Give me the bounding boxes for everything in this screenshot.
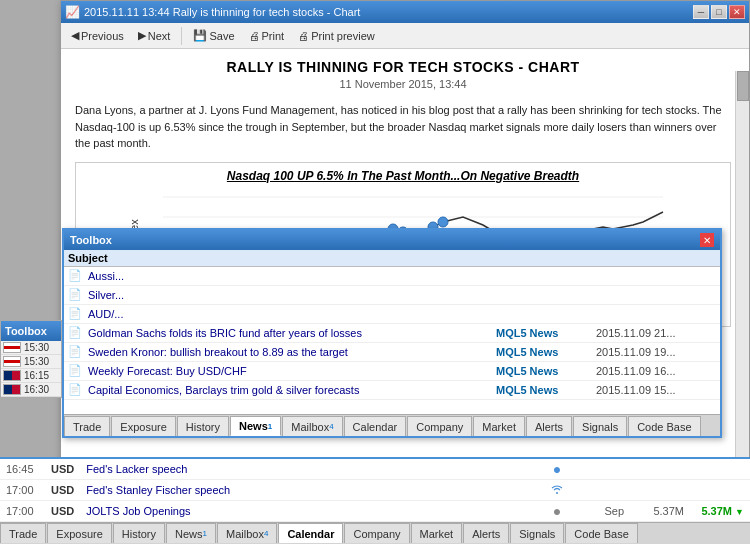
prev-button[interactable]: ◀ Previous [65,26,130,45]
event-prev-3: 5.37M ▼ [690,501,750,522]
time-1: 15:30 [24,342,49,353]
news-date-3: 2015.11.09 16... [596,365,716,377]
importance-dot-3: ● [553,503,561,519]
news-date-4: 2015.11.09 15... [596,384,716,396]
cal-tab-calendar[interactable]: Calendar [278,523,343,543]
tab-mailbox[interactable]: Mailbox4 [282,416,342,436]
cal-tab-codebase[interactable]: Code Base [565,523,637,543]
toolbar: ◀ Previous ▶ Next 💾 Save 🖨 Print 🖨 Print… [61,23,749,49]
news-title-3[interactable]: Weekly Forecast: Buy USD/CHF [88,365,496,377]
cal-tab-market[interactable]: Market [411,523,463,543]
tab-alerts[interactable]: Alerts [526,416,572,436]
print-preview-button[interactable]: 🖨 Print preview [292,27,381,45]
news-title-2[interactable]: Sweden Kronor: bullish breakout to 8.89 … [88,346,496,358]
tab-signals[interactable]: Signals [573,416,627,436]
tab-codebase[interactable]: Code Base [628,416,700,436]
partial-item-3: AUD/... [88,308,123,320]
table-row: 17:00 USD Fed's Stanley Fischer speech [0,480,750,501]
tab-market[interactable]: Market [473,416,525,436]
tab-news[interactable]: News1 [230,416,281,436]
article-date: 11 November 2015, 13:44 [75,78,731,90]
maximize-button[interactable]: □ [711,5,727,19]
news-title-1[interactable]: Goldman Sachs folds its BRIC fund after … [88,327,496,339]
cal-tab-history[interactable]: History [113,523,165,543]
tab-history[interactable]: History [177,416,229,436]
event-val-3: 5.37M [630,501,690,522]
tab-calendar[interactable]: Calendar [344,416,407,436]
time-row-1: 15:30 [1,341,61,355]
toolbox-small-window: Toolbox 15:30 15:30 16:15 16:30 [0,320,62,398]
partial-item-1: Aussi... [88,270,124,282]
article-body: Dana Lyons, a partner at J. Lyons Fund M… [75,102,731,152]
event-currency-3: USD [45,501,80,522]
event-prev-2 [690,480,750,501]
event-prev-val-3: 5.37M [701,505,732,517]
list-item[interactable]: 📄 AUD/... [64,305,720,324]
event-time-3: 17:00 [0,501,45,522]
news-source-3: MQL5 News [496,365,596,377]
tab-exposure[interactable]: Exposure [111,416,175,436]
event-dot-1: ● [544,459,570,480]
event-name-2[interactable]: Fed's Stanley Fischer speech [80,480,544,501]
tab-company[interactable]: Company [407,416,472,436]
event-currency-2: USD [45,480,80,501]
list-item[interactable]: 📄 Weekly Forecast: Buy USD/CHF MQL5 News… [64,362,720,381]
time-2: 15:30 [24,356,49,367]
window-titlebar: 📈 2015.11.11 13:44 Rally is thinning for… [61,1,749,23]
toolbox-small-header: Toolbox [1,321,61,341]
event-name-3[interactable]: JOLTS Job Openings [80,501,544,522]
cal-tab-mailbox[interactable]: Mailbox4 [217,523,277,543]
cal-tab-signals[interactable]: Signals [510,523,564,543]
news-doc-icon: 📄 [68,326,84,340]
event-sep-1 [630,459,690,480]
table-row: 16:45 USD Fed's Lacker speech ● [0,459,750,480]
toolbox-tabs-bar: Trade Exposure History News1 Mailbox4 Ca… [64,414,720,436]
news-doc-icon: 📄 [68,364,84,378]
print-button[interactable]: 🖨 Print [243,27,291,45]
toolbox-main-close-button[interactable]: ✕ [700,233,714,247]
event-name-1[interactable]: Fed's Lacker speech [80,459,544,480]
cal-tab-trade[interactable]: Trade [0,523,46,543]
save-button[interactable]: 💾 Save [187,26,240,45]
flag-icon-4 [3,384,21,395]
next-button[interactable]: ▶ Next [132,26,177,45]
svg-point-14 [438,217,448,227]
flag-icon-1 [3,342,21,353]
toolbox-main-title: Toolbox [70,234,112,246]
news-source-2: MQL5 News [496,346,596,358]
news-source-1: MQL5 News [496,327,596,339]
news-title-4[interactable]: Capital Economics, Barclays trim gold & … [88,384,496,396]
list-item[interactable]: 📄 Goldman Sachs folds its BRIC fund afte… [64,324,720,343]
cal-tab-exposure[interactable]: Exposure [47,523,111,543]
news-date-1: 2015.11.09 21... [596,327,716,339]
event-sep-3: Sep [570,501,630,522]
toolbox-small-title: Toolbox [5,325,47,337]
minimize-button[interactable]: ─ [693,5,709,19]
scrollbar-vertical[interactable] [735,71,749,487]
print-preview-icon: 🖨 [298,30,309,42]
list-item[interactable]: 📄 Silver... [64,286,720,305]
prev-arrow-icon: ◀ [71,29,79,42]
list-item[interactable]: 📄 Aussi... [64,267,720,286]
table-row: 17:00 USD JOLTS Job Openings ● Sep 5.37M… [0,501,750,522]
cal-tab-company[interactable]: Company [344,523,409,543]
cal-tab-alerts[interactable]: Alerts [463,523,509,543]
list-item[interactable]: 📄 Sweden Kronor: bullish breakout to 8.8… [64,343,720,362]
toolbox-main-window: Toolbox ✕ Subject 📄 Aussi... 📄 Silver...… [62,228,722,438]
partial-item-2: Silver... [88,289,124,301]
list-item[interactable]: 📄 Capital Economics, Barclays trim gold … [64,381,720,400]
event-currency-1: USD [45,459,80,480]
window-icon: 📈 [65,5,80,19]
partial-news-list: 📄 Aussi... 📄 Silver... 📄 AUD/... [64,267,720,324]
cal-tab-news[interactable]: News1 [166,523,216,543]
event-prev-1 [690,459,750,480]
news-doc-icon: 📄 [68,288,84,302]
close-button[interactable]: ✕ [729,5,745,19]
event-time-2: 17:00 [0,480,45,501]
flag-icon-3 [3,370,21,381]
calendar-table: 16:45 USD Fed's Lacker speech ● 17:00 US… [0,459,750,522]
time-3: 16:15 [24,370,49,381]
event-sep-2 [630,480,690,501]
scrollbar-thumb[interactable] [737,71,749,101]
tab-trade[interactable]: Trade [64,416,110,436]
